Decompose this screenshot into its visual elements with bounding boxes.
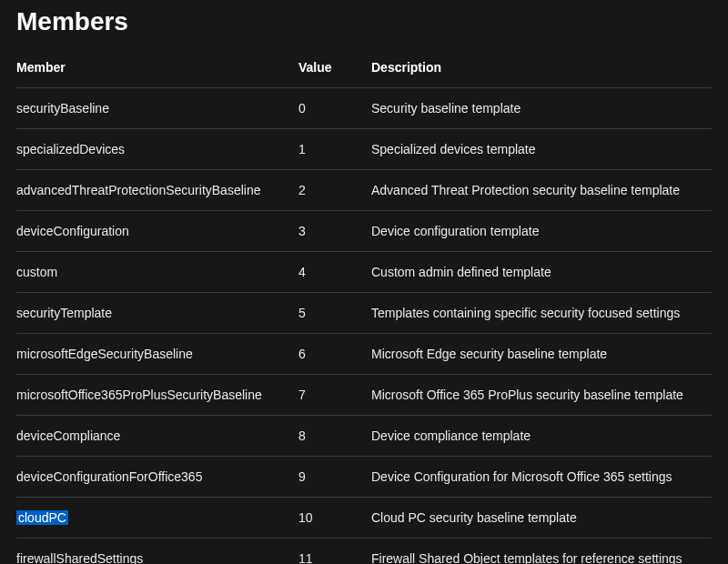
table-row: cloudPC10Cloud PC security baseline temp…	[16, 498, 712, 539]
cell-value: 3	[298, 211, 371, 252]
table-row: deviceCompliance8Device compliance templ…	[16, 416, 712, 457]
table-row: securityBaseline0Security baseline templ…	[16, 88, 712, 129]
cell-description: Device configuration template	[371, 211, 712, 252]
header-value: Value	[298, 53, 371, 88]
header-member: Member	[16, 53, 298, 88]
cell-member: microsoftEdgeSecurityBaseline	[16, 334, 298, 375]
cell-member: microsoftOffice365ProPlusSecurityBaselin…	[16, 375, 298, 416]
cell-description: Cloud PC security baseline template	[371, 498, 712, 539]
cell-value: 8	[298, 416, 371, 457]
cell-description: Custom admin defined template	[371, 252, 712, 293]
cell-description: Templates containing specific security f…	[371, 293, 712, 334]
cell-member: advancedThreatProtectionSecurityBaseline	[16, 170, 298, 211]
cell-member: securityTemplate	[16, 293, 298, 334]
cell-value: 7	[298, 375, 371, 416]
table-row: specializedDevices1Specialized devices t…	[16, 129, 712, 170]
members-table: Member Value Description securityBaselin…	[16, 53, 712, 564]
table-row: firewallSharedSettings11Firewall Shared …	[16, 539, 712, 565]
cell-description: Firewall Shared Object templates for ref…	[371, 539, 712, 565]
cell-member: deviceConfigurationForOffice365	[16, 457, 298, 498]
cell-description: Advanced Threat Protection security base…	[371, 170, 712, 211]
cell-member: securityBaseline	[16, 88, 298, 129]
table-row: microsoftEdgeSecurityBaseline6Microsoft …	[16, 334, 712, 375]
cell-description: Specialized devices template	[371, 129, 712, 170]
cell-description: Device compliance template	[371, 416, 712, 457]
cell-value: 2	[298, 170, 371, 211]
cell-member: specializedDevices	[16, 129, 298, 170]
cell-member: firewallSharedSettings	[16, 539, 298, 565]
cell-description: Device Configuration for Microsoft Offic…	[371, 457, 712, 498]
table-row: microsoftOffice365ProPlusSecurityBaselin…	[16, 375, 712, 416]
table-row: deviceConfiguration3Device configuration…	[16, 211, 712, 252]
cell-description: Microsoft Office 365 ProPlus security ba…	[371, 375, 712, 416]
cell-member: custom	[16, 252, 298, 293]
cell-member: deviceConfiguration	[16, 211, 298, 252]
cell-value: 11	[298, 539, 371, 565]
member-highlight: cloudPC	[16, 510, 68, 525]
table-header-row: Member Value Description	[16, 53, 712, 88]
header-description: Description	[371, 53, 712, 88]
cell-value: 9	[298, 457, 371, 498]
table-row: advancedThreatProtectionSecurityBaseline…	[16, 170, 712, 211]
table-row: custom4Custom admin defined template	[16, 252, 712, 293]
cell-value: 10	[298, 498, 371, 539]
cell-value: 4	[298, 252, 371, 293]
cell-member: cloudPC	[16, 498, 298, 539]
cell-value: 6	[298, 334, 371, 375]
cell-description: Microsoft Edge security baseline templat…	[371, 334, 712, 375]
table-row: securityTemplate5Templates containing sp…	[16, 293, 712, 334]
cell-member: deviceCompliance	[16, 416, 298, 457]
cell-description: Security baseline template	[371, 88, 712, 129]
cell-value: 5	[298, 293, 371, 334]
cell-value: 1	[298, 129, 371, 170]
cell-value: 0	[298, 88, 371, 129]
page-title: Members	[16, 7, 712, 36]
table-row: deviceConfigurationForOffice3659Device C…	[16, 457, 712, 498]
